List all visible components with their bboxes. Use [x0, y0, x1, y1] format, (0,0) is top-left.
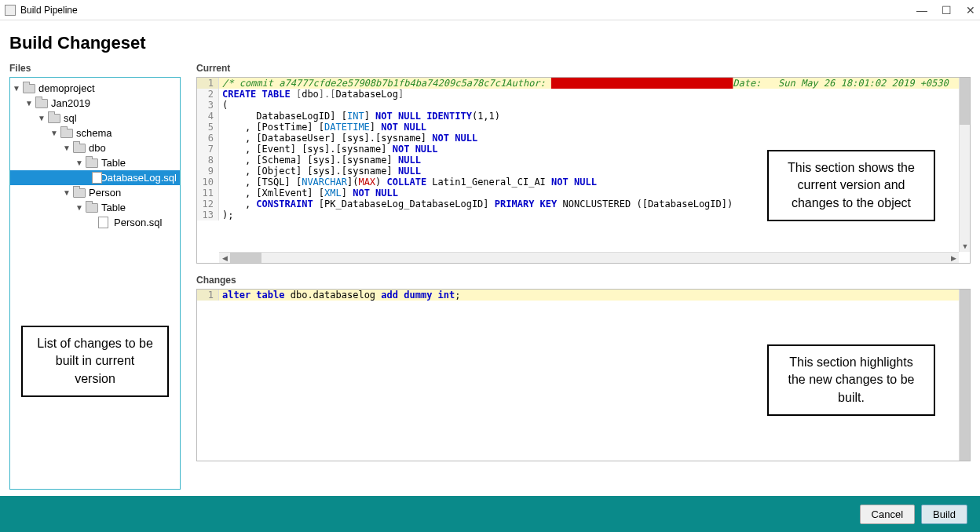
line-number: 1: [197, 78, 219, 89]
tree-folder[interactable]: ▼Table: [10, 155, 180, 170]
code-text: , [DatabaseUser] [sys].[sysname] NOT NUL…: [219, 133, 970, 144]
tree-toggle-icon[interactable]: ▼: [24, 99, 34, 107]
window-controls: — ☐ ✕: [916, 4, 975, 16]
tree-toggle-icon[interactable]: ▼: [37, 114, 46, 122]
folder-icon: [23, 83, 35, 93]
line-number: 6: [197, 133, 219, 144]
line-number: 13: [197, 210, 219, 220]
tree-item-label: Table: [101, 202, 126, 213]
footer-bar: Cancel Build: [0, 496, 980, 532]
page-title: Build Changeset: [0, 20, 980, 63]
build-button[interactable]: Build: [921, 505, 967, 524]
main-area: Files ▼demoproject▼Jan2019▼sql▼schema▼db…: [0, 63, 980, 496]
tree-folder[interactable]: ▼Person: [10, 185, 180, 200]
line-number: 7: [197, 144, 219, 155]
tree-item-label: schema: [76, 127, 112, 139]
code-line: 1/* commit a74777cfde2e57908b7b1fb4ba742…: [197, 78, 970, 89]
changes-vscrollbar[interactable]: [959, 290, 970, 461]
line-number: 10: [197, 177, 219, 188]
line-number: 5: [197, 122, 219, 133]
tree-item-label: Person.sql: [114, 217, 162, 228]
code-text: DatabaseLogID] [INT] NOT NULL IDENTITY(1…: [219, 111, 970, 122]
line-number: 2: [197, 89, 219, 100]
folder-icon: [86, 158, 98, 168]
folder-icon: [73, 188, 86, 198]
cancel-button[interactable]: Cancel: [860, 505, 915, 524]
annotation-changes: This section highlights the new changes …: [767, 344, 935, 416]
line-number: 4: [197, 111, 219, 122]
tree-folder[interactable]: ▼schema: [10, 126, 180, 140]
code-text: (: [219, 100, 970, 111]
tree-folder[interactable]: ▼dbo: [10, 140, 180, 155]
line-number: 9: [197, 166, 219, 177]
current-label: Current: [196, 63, 971, 74]
file-icon: [98, 217, 111, 228]
code-line: 3(: [197, 100, 970, 111]
tree-toggle-icon[interactable]: ▼: [49, 129, 59, 137]
changes-code-box: 1alter table dbo.databaselog add dummy i…: [196, 289, 971, 461]
titlebar: Build Pipeline — ☐ ✕: [0, 0, 980, 20]
folder-icon: [73, 143, 86, 153]
current-hscrollbar[interactable]: ◀ ▶: [219, 252, 959, 263]
code-line: 2CREATE TABLE [dbo].[DatabaseLog]: [197, 89, 970, 100]
app-icon: [5, 5, 16, 16]
tree-item-label: Jan2019: [51, 97, 90, 109]
folder-icon: [48, 113, 60, 123]
tree-item-label: dbo: [89, 142, 106, 154]
maximize-icon[interactable]: ☐: [942, 4, 952, 16]
folder-icon: [86, 202, 98, 213]
code-text: CREATE TABLE [dbo].[DatabaseLog]: [219, 89, 970, 100]
code-line: 4 DatabaseLogID] [INT] NOT NULL IDENTITY…: [197, 111, 970, 122]
code-line: 6 , [DatabaseUser] [sys].[sysname] NOT N…: [197, 133, 970, 144]
line-number: 8: [197, 155, 219, 166]
tree-item-label: sql: [64, 112, 77, 124]
tree-item-label: Person: [89, 187, 121, 199]
folder-icon: [35, 98, 48, 108]
minimize-icon[interactable]: —: [916, 4, 927, 16]
tree-file[interactable]: Person.sql: [10, 215, 180, 230]
current-panel: Current 1/* commit a74777cfde2e57908b7b1…: [196, 63, 971, 264]
file-icon: [92, 173, 97, 183]
tree-folder[interactable]: ▼Jan2019: [10, 96, 180, 111]
window-title: Build Pipeline: [20, 5, 916, 16]
tree-folder[interactable]: ▼Table: [10, 200, 180, 215]
tree-toggle-icon[interactable]: ▼: [12, 84, 21, 93]
right-column: Current 1/* commit a74777cfde2e57908b7b1…: [196, 63, 971, 490]
tree-folder[interactable]: ▼sql: [10, 111, 180, 126]
annotation-current: This section shows the current version a…: [767, 150, 935, 221]
files-label: Files: [9, 63, 181, 74]
tree-toggle-icon[interactable]: ▼: [62, 144, 71, 152]
code-text: /* commit a74777cfde2e57908b7b1fb4ba7420…: [219, 78, 971, 89]
annotation-files: List of changes to be built in current v…: [21, 326, 169, 397]
folder-icon: [60, 128, 73, 138]
changes-label: Changes: [196, 275, 971, 286]
code-text: alter table dbo.databaselog add dummy in…: [219, 290, 970, 301]
current-code-box: 1/* commit a74777cfde2e57908b7b1fb4ba742…: [196, 77, 971, 264]
tree-item-label: demoproject: [38, 82, 95, 94]
tree-item-label: DatabaseLog.sql: [100, 172, 177, 184]
line-number: 3: [197, 100, 219, 111]
files-panel: Files ▼demoproject▼Jan2019▼sql▼schema▼db…: [9, 63, 181, 490]
changes-panel: Changes 1alter table dbo.databaselog add…: [196, 275, 971, 461]
close-icon[interactable]: ✕: [966, 4, 975, 16]
current-vscrollbar[interactable]: ▼: [959, 78, 970, 252]
code-line: 5 , [PostTime] [DATETIME] NOT NULL: [197, 122, 970, 133]
tree-folder[interactable]: ▼demoproject: [10, 81, 180, 96]
line-number: 11: [197, 188, 219, 199]
files-tree: ▼demoproject▼Jan2019▼sql▼schema▼dbo▼Tabl…: [9, 77, 181, 490]
line-number: 12: [197, 199, 219, 210]
tree-item-label: Table: [101, 157, 126, 169]
code-line: 1alter table dbo.databaselog add dummy i…: [197, 290, 970, 301]
tree-toggle-icon[interactable]: ▼: [75, 203, 84, 212]
line-number: 1: [197, 290, 219, 301]
tree-toggle-icon[interactable]: ▼: [75, 159, 84, 167]
tree-toggle-icon[interactable]: ▼: [62, 188, 71, 197]
code-text: , [PostTime] [DATETIME] NOT NULL: [219, 122, 970, 133]
tree-file[interactable]: DatabaseLog.sql: [10, 170, 180, 185]
